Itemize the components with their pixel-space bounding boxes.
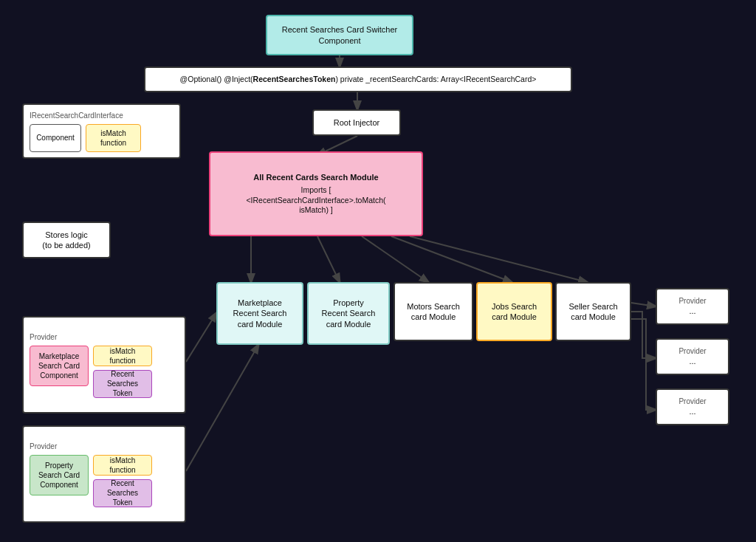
marketplace-component-label: MarketplaceSearch CardComponent [38, 351, 80, 380]
marketplace-component-box: MarketplaceSearch CardComponent [30, 346, 89, 386]
all-recent-title: All Recent Cards Search Module [253, 172, 378, 182]
marketplace-recent-label: MarketplaceRecent Searchcard Module [233, 298, 287, 329]
provider-property-outer: Provider PropertySearch CardComponent is… [22, 425, 186, 523]
marketplace-token-box: RecentSearchesToken [93, 370, 152, 398]
svg-line-7 [410, 236, 587, 282]
provider-right3-label: ... [689, 406, 695, 416]
stores-logic-box: Stores logic(to be added) [22, 222, 111, 258]
seller-recent-box: Seller Searchcard Module [555, 282, 631, 341]
provider-right3-title: Provider [678, 397, 706, 406]
interface-outer-box: IRecentSearchCardInterface Component isM… [22, 103, 181, 159]
svg-line-8 [186, 313, 216, 362]
diagram: Recent Searches Card Switcher Component … [0, 0, 756, 542]
marketplace-ismatch-box: isMatch function [93, 346, 152, 366]
switcher-component-box: Recent Searches Card Switcher Component [266, 15, 413, 55]
marketplace-ismatch-label: isMatch function [98, 346, 147, 366]
all-recent-imports: Imports [<IRecentSearchCardInterface>.to… [246, 185, 385, 216]
svg-line-4 [317, 236, 340, 282]
provider-property-title: Provider [30, 442, 57, 451]
property-recent-box: PropertyRecent Searchcard Module [307, 282, 390, 345]
svg-line-6 [391, 236, 512, 282]
interface-component-label: Component [36, 133, 75, 143]
inject-annotation-box: @Optional() @Inject(RecentSearchesToken)… [144, 66, 572, 92]
inject-annotation-label: @Optional() @Inject(RecentSearchesToken)… [180, 75, 537, 85]
jobs-recent-label: Jobs Searchcard Module [492, 301, 537, 323]
all-recent-module-box: All Recent Cards Search Module Imports [… [209, 151, 423, 236]
root-injector-label: Root Injector [334, 117, 379, 128]
provider-right2-box: Provider ... [656, 338, 729, 375]
interface-ismatch-label: isMatchfunction [100, 128, 126, 148]
provider-right1-title: Provider [678, 296, 706, 306]
interface-component-box: Component [30, 124, 81, 152]
marketplace-token-label: RecentSearchesToken [107, 369, 138, 398]
provider-right3-box: Provider ... [656, 388, 729, 425]
provider-marketplace-title: Provider [30, 332, 57, 342]
switcher-component-label: Recent Searches Card Switcher Component [272, 24, 408, 46]
interface-ismatch-box: isMatchfunction [86, 124, 141, 152]
root-injector-box: Root Injector [312, 109, 401, 136]
seller-recent-label: Seller Searchcard Module [568, 301, 617, 323]
provider-right1-box: Provider ... [656, 288, 729, 325]
property-token-label: RecentSearchesToken [107, 478, 138, 507]
interface-title: IRecentSearchCardInterface [30, 111, 123, 120]
property-recent-label: PropertyRecent Searchcard Module [322, 298, 376, 329]
property-component-label: PropertySearch CardComponent [38, 461, 80, 490]
svg-line-10 [631, 303, 656, 306]
stores-logic-label: Stores logic(to be added) [42, 230, 90, 251]
motors-recent-label: Motors Searchcard Module [407, 301, 460, 323]
svg-line-9 [186, 345, 258, 471]
marketplace-recent-box: MarketplaceRecent Searchcard Module [216, 282, 303, 345]
property-component-box: PropertySearch CardComponent [30, 455, 89, 495]
provider-right1-label: ... [689, 306, 695, 316]
svg-line-5 [362, 236, 428, 282]
property-ismatch-label: isMatch function [98, 456, 147, 475]
provider-right2-title: Provider [678, 346, 706, 356]
jobs-recent-box: Jobs Searchcard Module [476, 282, 552, 341]
provider-marketplace-outer: Provider MarketplaceSearch CardComponent… [22, 316, 186, 414]
provider-right2-label: ... [689, 356, 695, 366]
property-token-box: RecentSearchesToken [93, 479, 152, 507]
property-ismatch-box: isMatch function [93, 455, 152, 476]
motors-recent-box: Motors Searchcard Module [394, 282, 473, 341]
